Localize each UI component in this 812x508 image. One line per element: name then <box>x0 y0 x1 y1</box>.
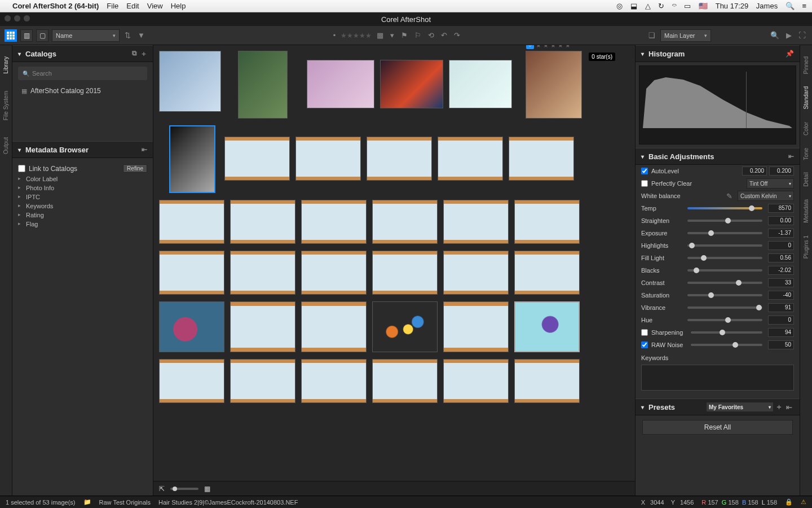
pin-icon[interactable]: ⇤ <box>142 146 147 154</box>
fit-icon[interactable]: ⇱ <box>159 485 165 493</box>
tab-filesystem[interactable]: File System <box>3 91 9 120</box>
undo-icon[interactable]: ↶ <box>439 31 449 40</box>
clock[interactable]: Thu 17:29 <box>716 2 749 10</box>
redo-icon[interactable]: ↷ <box>452 31 462 40</box>
keywords-input[interactable] <box>641 365 794 391</box>
tab-library[interactable]: Library <box>3 56 9 74</box>
fullscreen-icon[interactable]: ⛶ <box>797 31 807 40</box>
flag-pick-icon[interactable]: ⚑ <box>399 31 409 40</box>
vibrance-value[interactable]: 91 <box>768 303 794 312</box>
blacks-value[interactable]: -2.02 <box>768 266 794 275</box>
search-icon[interactable]: 🔍 <box>769 31 781 40</box>
thumbnail[interactable] <box>301 200 367 244</box>
straighten-value[interactable]: 0.00 <box>768 216 794 225</box>
tab-tone[interactable]: Tone <box>803 148 809 160</box>
filter-icon[interactable]: ▼ <box>136 31 147 40</box>
view-grid-button[interactable] <box>5 29 17 42</box>
dropbox-icon[interactable]: ⬓ <box>630 2 637 10</box>
autolevel-checkbox[interactable] <box>641 168 648 174</box>
layers-icon[interactable]: ❏ <box>647 31 657 40</box>
menu-view[interactable]: View <box>147 2 163 10</box>
tab-plugins[interactable]: Plugins 1 <box>803 235 809 259</box>
tab-output[interactable]: Output <box>3 137 9 154</box>
color-label-icon[interactable]: ▦ <box>375 31 385 40</box>
thumbnail[interactable] <box>159 51 221 112</box>
lock-icon[interactable]: 🔒 <box>785 498 793 506</box>
contrast-value[interactable]: 33 <box>768 278 794 287</box>
label-chevron-icon[interactable]: ▾ <box>389 31 396 40</box>
menu-edit[interactable]: Edit <box>126 2 139 10</box>
thumbnail[interactable] <box>159 251 224 295</box>
presets-dropdown[interactable]: My Favorites <box>706 402 774 412</box>
thumbnail[interactable] <box>438 137 503 181</box>
reset-all-button[interactable]: Reset All <box>642 420 793 435</box>
refine-button[interactable]: Refine <box>123 164 147 173</box>
thumbnail[interactable] <box>238 51 288 119</box>
pin-icon[interactable]: ⇤ <box>784 403 794 411</box>
menu-file[interactable]: File <box>107 2 118 10</box>
sharpening-slider[interactable] <box>691 331 762 334</box>
drive-icon[interactable]: △ <box>645 2 651 10</box>
thumbnail[interactable] <box>295 137 361 181</box>
window-controls[interactable] <box>5 15 30 21</box>
thumbnail[interactable] <box>307 60 374 108</box>
thumbnail[interactable] <box>159 200 224 244</box>
autolevel-value-2[interactable]: 0.200 <box>769 167 794 176</box>
slideshow-icon[interactable]: ▶ <box>784 31 793 40</box>
thumbnail-selected[interactable] <box>169 125 215 193</box>
tree-flag[interactable]: Flag <box>18 220 147 229</box>
highlights-slider[interactable] <box>687 244 762 247</box>
rating-stars[interactable]: ★★★★★ <box>341 32 372 40</box>
contrast-slider[interactable] <box>687 282 762 284</box>
thumbnail[interactable] <box>443 359 509 403</box>
tab-detail[interactable]: Detail <box>803 172 809 187</box>
menu-help[interactable]: Help <box>171 2 186 10</box>
perfectly-clear-checkbox[interactable] <box>641 180 648 187</box>
rotate-left-icon[interactable]: ⟲ <box>426 31 436 40</box>
grid-size-icon[interactable]: ▦ <box>204 485 210 493</box>
rawnoise-value[interactable]: 50 <box>768 340 794 349</box>
saturation-value[interactable]: -40 <box>768 291 794 300</box>
layer-dropdown[interactable]: Main Layer <box>660 29 711 42</box>
eyedropper-icon[interactable]: ✎ <box>725 192 734 200</box>
corel-tray-icon[interactable]: ◎ <box>616 2 623 10</box>
filllight-value[interactable]: 0.56 <box>768 253 794 262</box>
thumbnail[interactable] <box>514 359 580 403</box>
exposure-value[interactable]: -1.37 <box>768 229 794 238</box>
thumb-size-slider[interactable] <box>170 488 198 490</box>
tab-pinned[interactable]: Pinned <box>803 56 809 74</box>
blacks-slider[interactable] <box>687 269 762 271</box>
exposure-slider[interactable] <box>687 232 762 234</box>
thumbnail[interactable] <box>443 251 509 295</box>
link-to-catalogs-checkbox[interactable] <box>18 165 25 172</box>
tree-color-label[interactable]: Color Label <box>18 174 147 183</box>
tree-rating[interactable]: Rating <box>18 211 147 220</box>
thumbnail[interactable] <box>372 251 438 295</box>
thumbnail[interactable] <box>301 359 367 403</box>
autolevel-value-1[interactable]: 0.200 <box>742 167 767 176</box>
pin-icon[interactable]: 📌 <box>785 50 794 58</box>
vibrance-slider[interactable] <box>687 306 762 309</box>
thumbnail[interactable] <box>301 251 367 295</box>
wb-dropdown[interactable]: Custom Kelvin <box>738 191 794 201</box>
thumbnail[interactable] <box>514 301 580 352</box>
thumbnail[interactable] <box>372 301 438 352</box>
thumbnail[interactable] <box>514 200 580 244</box>
sharpening-value[interactable]: 94 <box>768 328 794 337</box>
hue-slider[interactable] <box>687 319 762 321</box>
thumbnail[interactable] <box>443 200 509 244</box>
thumbnail[interactable] <box>509 137 574 181</box>
rawnoise-checkbox[interactable] <box>641 341 648 348</box>
thumbnail[interactable] <box>230 359 295 403</box>
tab-standard[interactable]: Standard <box>803 86 809 110</box>
thumbnail[interactable] <box>449 60 512 108</box>
view-split-button[interactable]: ▥ <box>20 29 33 42</box>
filllight-slider[interactable] <box>687 257 762 259</box>
thumbnail[interactable] <box>372 200 438 244</box>
copy-icon[interactable]: ⧉ <box>132 49 137 59</box>
add-icon[interactable]: ＋ <box>140 49 147 59</box>
thumbnail[interactable]: ○★ ★ ★ ★ ★ 0 star(s) <box>526 51 582 119</box>
rawnoise-slider[interactable] <box>691 344 762 346</box>
sort-direction-icon[interactable]: ⇅ <box>123 31 133 40</box>
temp-value[interactable]: 8570 <box>768 204 794 213</box>
